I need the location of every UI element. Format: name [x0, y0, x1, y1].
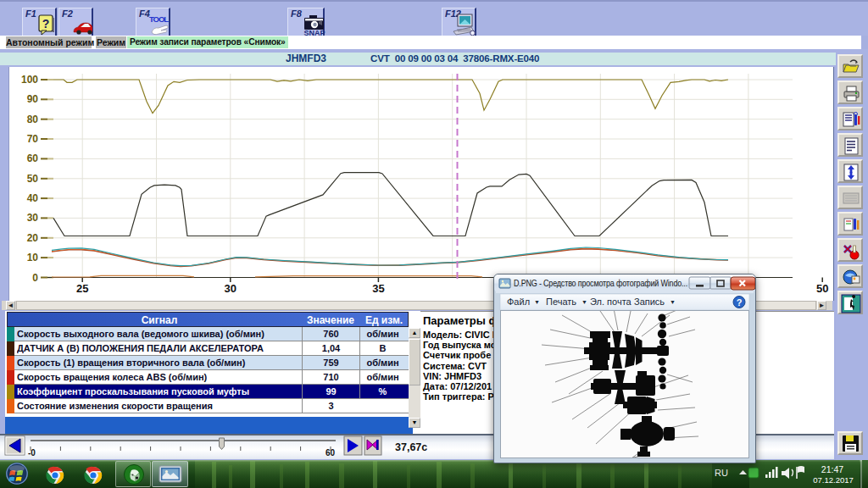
svg-text:37,67с: 37,67с [395, 441, 427, 453]
svg-text:50: 50 [27, 173, 39, 185]
svg-text:30: 30 [225, 282, 236, 295]
svg-text:60: 60 [326, 448, 336, 458]
svg-text:20: 20 [27, 232, 39, 244]
svg-text:50: 50 [816, 282, 828, 295]
svg-text:25: 25 [76, 282, 88, 295]
svg-text:35: 35 [372, 282, 384, 295]
svg-text:100: 100 [21, 74, 38, 86]
svg-text:10: 10 [27, 252, 39, 263]
svg-text:30: 30 [27, 212, 39, 224]
svg-text:80: 80 [27, 114, 39, 125]
svg-text:-0: -0 [28, 448, 36, 458]
svg-text:70: 70 [27, 133, 39, 145]
svg-text:0: 0 [32, 272, 38, 284]
svg-text:60: 60 [27, 152, 39, 164]
svg-text:SNAP: SNAP [303, 29, 325, 36]
svg-text:TOOL: TOOL [149, 14, 169, 24]
svg-text:?: ? [42, 17, 50, 30]
svg-text:90: 90 [27, 93, 39, 105]
svg-text:40: 40 [27, 192, 39, 204]
